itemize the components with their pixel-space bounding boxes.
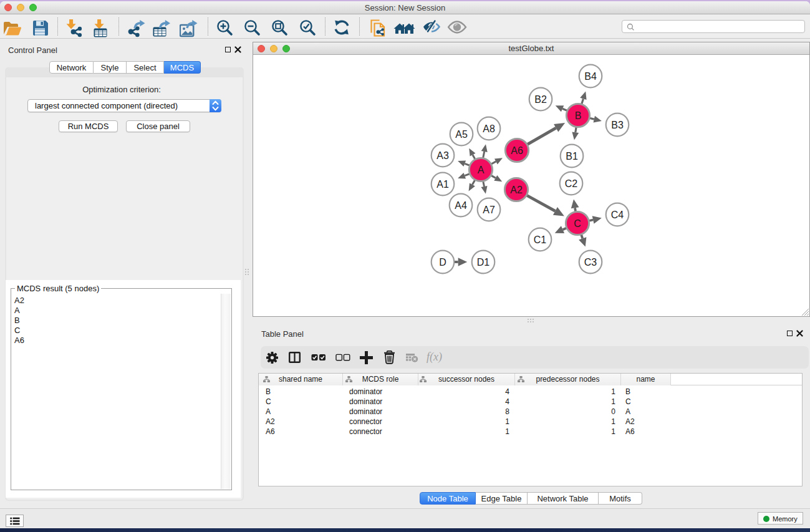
svg-text:B1: B1 (566, 151, 578, 162)
svg-text:A8: A8 (483, 123, 495, 134)
svg-text:C1: C1 (534, 235, 547, 245)
svg-text:D: D (439, 257, 446, 268)
svg-text:B4: B4 (584, 71, 597, 82)
svg-text:A6: A6 (511, 145, 523, 156)
svg-text:C2: C2 (565, 178, 578, 189)
svg-text:C3: C3 (584, 257, 597, 268)
svg-text:A1: A1 (436, 179, 449, 190)
svg-text:B3: B3 (611, 120, 624, 130)
svg-text:A: A (478, 165, 485, 175)
svg-text:C4: C4 (611, 210, 624, 220)
svg-text:D1: D1 (477, 257, 490, 268)
svg-text:A3: A3 (436, 150, 449, 161)
svg-text:A7: A7 (483, 205, 495, 215)
svg-text:A4: A4 (455, 200, 467, 211)
svg-text:B2: B2 (534, 94, 547, 105)
svg-text:A2: A2 (510, 185, 523, 195)
svg-text:C: C (574, 218, 581, 229)
svg-text:A5: A5 (455, 129, 468, 140)
svg-text:B: B (575, 110, 582, 121)
